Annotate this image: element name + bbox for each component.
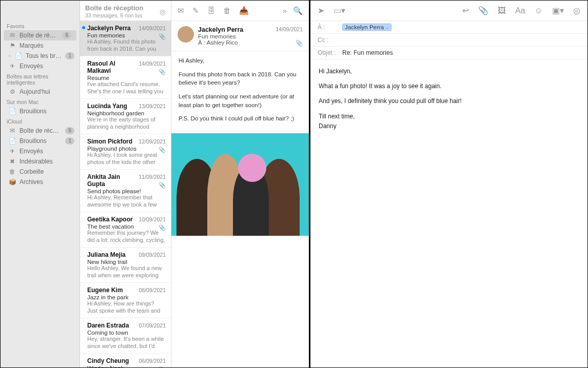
sidebar-section-title: Favoris [1,21,80,30]
compose-body[interactable]: Hi Jackelyn, What a fun photo! It was a … [310,59,587,144]
msg-date: 07/09/2021 [139,322,166,329]
msg-subject: Resume [87,75,166,81]
sidebar-item-envoy-s[interactable]: ✈Envoyés [1,146,80,156]
sidebar-section-title: Sur mon Mac [1,97,80,106]
msg-sender: Geetika Kapoor [87,216,133,223]
disclosure-icon[interactable]: › [9,53,10,58]
message-item[interactable]: Simon Pickford12/09/2021Playground photo… [80,134,171,170]
content-date: 14/09/2021 [276,26,303,33]
msg-preview: Hi Ashley, Found this photo from back in… [87,38,166,53]
message-item[interactable]: Geetika Kapoor10/09/2021The best vacatio… [80,212,171,248]
cc-field-label: Cc : [318,36,339,44]
junk-icon[interactable]: 📥 [239,6,249,15]
msg-date: 12/09/2021 [139,138,166,145]
mailbox-sidebar: Favoris✉Boîte de réception6⚑Marqués›📄Tou… [1,1,80,367]
sidebar-section-title: Boîtes aux lettres intelligentes [1,71,80,87]
doc-icon: 📄 [15,52,22,59]
msg-date: 14/09/2021 [139,25,166,31]
more-icon[interactable]: » [283,6,287,15]
msg-subject: The best vacation [87,223,166,230]
delete-icon[interactable]: 🗑 [223,6,231,15]
cc-field[interactable]: Cc : [310,34,587,47]
emoji-icon[interactable]: ☺ [535,6,543,15]
sidebar-item-label: Corbeille [19,168,74,175]
sidebar-item-label: Boîte de réception [19,32,58,39]
sidebar-item-corbeille[interactable]: 🗑Corbeille [1,167,80,177]
msg-preview: Hi Ashley, Remember that awesome trip we… [87,194,166,209]
message-item[interactable]: Cindy Cheung06/09/2021Window Nook📎Hey As… [80,354,171,367]
format-icon[interactable]: Aa [515,6,525,15]
msg-preview: Hi Ashley, How are things? Just spoke wi… [87,300,166,315]
msg-sender: Lucinda Yang [87,103,127,110]
msg-preview: I've attached Carol's resume. She's the … [87,81,166,95]
sidebar-section-title: iCloud [1,116,80,126]
sidebar-item-bo-te-de-r-ception[interactable]: ✉Boîte de réception6 [4,30,76,40]
archive-icon[interactable]: 🗄 [207,6,215,15]
reply-icon[interactable]: ↩ [462,6,469,15]
message-item[interactable]: Ankita Jain Gupta11/09/2021Send photos p… [80,170,171,212]
gear-icon: ⚙ [9,88,16,95]
filter-icon[interactable]: ◎ [160,8,166,16]
sidebar-item-label: Brouillons [19,137,62,145]
paperclip-icon: 📎 [159,224,166,231]
chevron-down-icon[interactable]: ⌄ [385,25,389,30]
recipient-token[interactable]: Jackelyn Perra ⌄ [342,24,391,31]
message-item[interactable]: Jackelyn Perra14/09/2021Fun memories📎Hi … [80,21,171,56]
msg-subject: Neighborhood garden [87,110,166,116]
sidebar-item-aujourd-hui[interactable]: ⚙Aujourd'hui [1,87,80,97]
sidebar-item-bo-te-de-r-ception[interactable]: ✉Boîte de réception6 [1,126,80,136]
inbox-icon: ✉ [9,127,16,134]
search-icon[interactable]: 🔍 [293,6,303,15]
message-item[interactable]: Rasoul Al Malkawi14/09/2021Resume📎I've a… [80,56,171,99]
sidebar-item-label: Envoyés [19,148,74,155]
paperclip-icon: 📎 [159,182,166,189]
msg-date: 09/09/2021 [139,252,166,258]
sidebar-item-archives[interactable]: 📦Archives [1,177,80,187]
photo-icon[interactable]: 🖼 [498,6,506,15]
paperclip-icon: 📎 [159,147,166,153]
messages-scroll[interactable]: Jackelyn Perra14/09/2021Fun memories📎Hi … [80,21,171,367]
subject-field[interactable]: Objet : Re: Fun memories [310,47,587,59]
msg-date: 10/09/2021 [139,216,166,222]
msg-preview: Hello Ashley, We found a new trail when … [87,265,166,279]
to-field[interactable]: À : Jackelyn Perra ⌄ [310,21,587,34]
msg-date: 06/09/2021 [139,358,166,364]
msg-date: 11/09/2021 [139,174,166,180]
sidebar-item-brouillons[interactable]: 📄Brouillons1 [1,136,80,146]
sender-avatar [178,26,194,43]
message-item[interactable]: Juliana Mejia09/09/2021New hiking trailH… [80,248,171,283]
header-fields-icon[interactable]: ▭▾ [334,6,345,15]
sidebar-item-tous-les-brouillons[interactable]: ›📄Tous les brouillons1 [1,51,80,61]
media-icon[interactable]: ▣▾ [552,6,564,15]
paperclip-icon: 📎 [159,366,166,367]
compose-icon[interactable]: ✎ [192,6,199,15]
count-badge: 6 [65,127,74,134]
compose-toolbar: ➤ ▭▾ ↩ 📎 🖼 Aa ☺ ▣▾ ◎ [310,1,587,21]
body-p1: Found this photo from back in 2018. Can … [179,70,302,87]
sidebar-item-envoy-s[interactable]: ✈Envoyés [1,61,80,71]
message-item[interactable]: Lucinda Yang13/09/2021Neighborhood garde… [80,99,171,134]
sidebar-item-marqu-s[interactable]: ⚑Marqués [1,40,80,51]
trash-icon: 🗑 [9,168,16,175]
send-icon[interactable]: ➤ [318,6,324,15]
markup-icon[interactable]: ◎ [573,6,580,15]
msg-date: 08/09/2021 [139,287,166,293]
subject-value: Re: Fun memories [342,49,393,56]
msg-subject: Fun memories [87,32,166,38]
paperclip-icon: 📎 [159,33,166,40]
msg-sender: Rasoul Al Malkawi [87,60,139,74]
message-content: ✉ ✎ 🗄 🗑 📥 » 🔍 Jackelyn Perra 14/09/2021 … [171,1,310,367]
message-list: Boîte de réception 33 messages, 6 non lu… [80,1,171,367]
compose-pane: ➤ ▭▾ ↩ 📎 🖼 Aa ☺ ▣▾ ◎ À : Jackelyn Perra … [310,1,587,367]
sidebar-item-ind-sirables[interactable]: ✖Indésirables [1,156,80,167]
junk-icon: ✖ [9,158,16,165]
attached-photo[interactable] [171,133,309,236]
message-item[interactable]: Daren Estrada07/09/2021Coming to townHey… [80,318,171,354]
attach-icon[interactable]: 📎 [478,6,488,15]
message-item[interactable]: Eugene Kim08/09/2021Jazz in the parkHi A… [80,283,171,318]
compose-p1: Hi Jackelyn, [319,67,579,76]
msg-subject: Jazz in the park [87,294,166,300]
new-mail-icon[interactable]: ✉ [178,6,184,15]
sidebar-item-brouillons[interactable]: 📄Brouillons [1,106,80,116]
msg-subject: Send photos please! [87,188,166,194]
